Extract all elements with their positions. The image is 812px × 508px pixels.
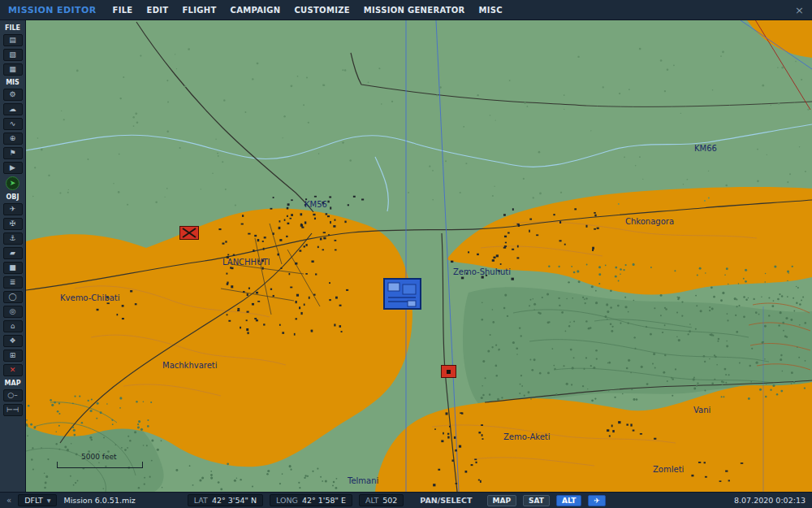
fly-mission-icon[interactable]: ➤ (6, 176, 19, 190)
sidebar-section-file: FILE (5, 24, 20, 32)
blue-farp-selected[interactable] (383, 278, 421, 310)
alt-label: ALT (365, 496, 378, 505)
red-ground-group[interactable] (179, 226, 199, 240)
map-scale: 5000 feet (57, 453, 143, 468)
longitude-readout: LONG 42° 1'58" E (270, 494, 352, 506)
preset-label: DFLT (24, 496, 43, 505)
farp-icon[interactable]: ⌂ (3, 320, 23, 332)
map-scale-bar (57, 462, 143, 468)
preset-dropdown[interactable]: DFLT ▾ (18, 494, 57, 506)
red-ground-unit[interactable] (441, 365, 456, 378)
menu-edit[interactable]: EDIT (147, 6, 169, 15)
map-view-button[interactable]: MAP (487, 495, 517, 506)
ship-icon[interactable]: ⚓ (3, 232, 23, 245)
open-mission-icon[interactable]: ▧ (3, 49, 23, 61)
alt-view-button[interactable]: ALT (556, 495, 581, 506)
mission-datetime: 8.07.2020 0:02:13 (734, 496, 806, 505)
altitude-readout: ALT 502 (359, 494, 404, 506)
save-mission-icon[interactable]: ▦ (3, 63, 23, 76)
ruler-tool-icon[interactable]: ⊢⊣ (3, 404, 23, 416)
airplane-icon[interactable]: ✈ (3, 203, 23, 215)
app-title: MISSION EDITOR (8, 5, 97, 15)
statusbar-collapse-icon[interactable]: « (6, 496, 11, 505)
mouse-mode-indicator: PAN/SELECT (420, 496, 472, 505)
static-object-icon[interactable]: ■ (3, 262, 23, 274)
unit-labels-toggle[interactable]: ✈ (588, 495, 606, 506)
menu-customize[interactable]: CUSTOMIZE (294, 6, 349, 15)
routes-icon[interactable]: ∿ (3, 118, 23, 130)
status-bar: « DFLT ▾ Mission 6.0.51.miz LAT 42° 3'54… (0, 492, 812, 508)
close-icon[interactable]: × (795, 5, 804, 15)
sidebar: FILE▤▧▦MIS⚙☁∿⊕⚑▶➤OBJ✈✠⚓▰■≣◯◎⌂❖⊞✕MAP○–⊢⊣ (0, 20, 26, 492)
delete-object-icon[interactable]: ✕ (3, 364, 23, 376)
alt-value: 502 (382, 496, 397, 505)
template-icon[interactable]: ≣ (3, 276, 23, 289)
menu-mission-generator[interactable]: MISSION GENERATOR (364, 6, 465, 15)
trigger-zone-icon[interactable]: ◯ (3, 291, 23, 303)
unit-set-icon[interactable]: ❖ (3, 335, 23, 347)
sidebar-section-map: MAP (4, 380, 20, 387)
lat-value: 42° 3'54" N (212, 496, 257, 505)
lat-label: LAT (194, 496, 208, 505)
menu-campaign[interactable]: CAMPAIGN (231, 6, 281, 15)
mission-options-icon[interactable]: ⚙ (3, 89, 23, 101)
weather-icon[interactable]: ☁ (3, 103, 23, 115)
map-scale-label: 5000 feet (81, 453, 143, 461)
briefing-icon[interactable]: ▶ (3, 162, 23, 174)
long-label: LONG (276, 496, 298, 505)
title-bar: MISSION EDITOR FILEEDITFLIGHTCAMPAIGNCUS… (0, 0, 812, 20)
long-value: 42° 1'58" E (302, 496, 346, 505)
goals-icon[interactable]: ⚑ (3, 147, 23, 159)
sidebar-section-obj: OBJ (6, 193, 19, 201)
grid-object-icon[interactable]: ⊞ (3, 350, 23, 362)
menu-file[interactable]: FILE (113, 6, 133, 15)
sat-view-button[interactable]: SAT (523, 495, 550, 506)
triggers-icon[interactable]: ⊕ (3, 132, 23, 145)
new-mission-icon[interactable]: ▤ (3, 34, 23, 46)
menubar: FILEEDITFLIGHTCAMPAIGNCUSTOMIZEMISSION G… (113, 6, 503, 15)
menu-misc[interactable]: MISC (479, 6, 503, 15)
sidebar-section-mis: MIS (6, 79, 19, 86)
helicopter-icon[interactable]: ✠ (3, 218, 23, 230)
latitude-readout: LAT 42° 3'54" N (188, 494, 263, 506)
mission-name: Mission 6.0.51.miz (63, 496, 135, 505)
target-icon[interactable]: ◎ (3, 306, 23, 318)
map-viewport[interactable]: KM66KM56ChkonagoraLANCHHUTIZemo-ShuhutiK… (26, 20, 812, 492)
menu-flight[interactable]: FLIGHT (182, 6, 216, 15)
chevron-down-icon: ▾ (47, 496, 51, 505)
distance-tool-icon[interactable]: ○– (3, 389, 23, 402)
units-layer (26, 20, 812, 492)
vehicle-icon[interactable]: ▰ (3, 247, 23, 259)
